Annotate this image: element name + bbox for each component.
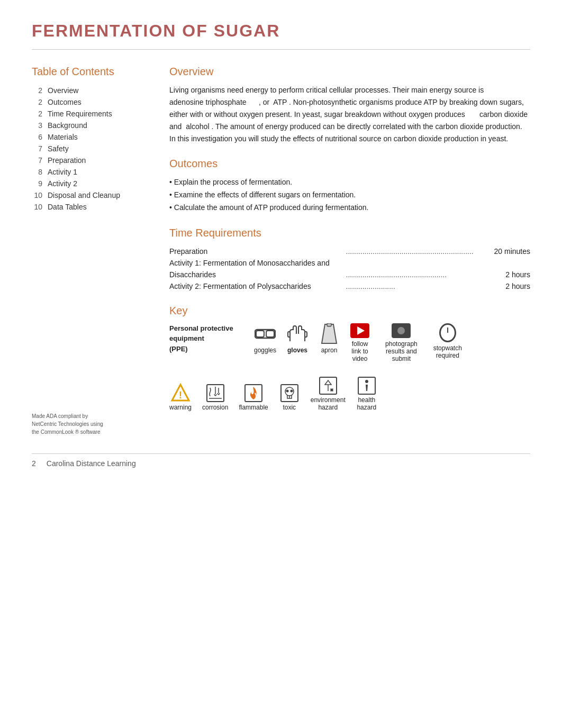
flammable-icon-item: flammable [239, 383, 268, 411]
list-item: Explain the process of fermentation. [169, 176, 530, 189]
toc-num: 10 [32, 203, 42, 211]
table-row: Disaccharides ..........................… [169, 269, 530, 280]
toc-label: Safety [48, 144, 69, 153]
toc-label: Disposal and Cleanup [48, 191, 120, 199]
apron-icon [319, 323, 340, 344]
ppe-label: Personal protectiveequipment(PPE) [169, 323, 254, 354]
toc-label: Preparation [48, 156, 86, 165]
toc-num: 2 [32, 110, 42, 118]
list-item: 2 Outcomes [32, 98, 148, 106]
overview-title: Overview [169, 66, 530, 78]
time-dots [344, 257, 485, 269]
follow-link-icon-item: followlink tovideo [350, 323, 369, 362]
corrosion-icon [205, 383, 226, 404]
key-title: Key [169, 305, 530, 317]
gloves-icon-item: gloves [287, 323, 308, 354]
list-item: 9 Activity 2 [32, 179, 148, 188]
toc-num: 3 [32, 121, 42, 130]
time-dots: ........................ [344, 280, 485, 292]
warning-icon-item: ! warning [169, 383, 192, 411]
toc-section: Table of Contents 2 Overview 2 Outcomes … [32, 66, 148, 422]
stopwatch-icon-item: stopwatchrequired [433, 323, 462, 362]
toc-label: Data Tables [48, 203, 87, 211]
health-hazard-label: healthhazard [357, 396, 376, 411]
list-item: 2 Overview [32, 86, 148, 95]
right-content: Overview Living organisms need energy to… [169, 66, 530, 422]
toxic-icon-item: toxic [279, 383, 300, 411]
time-dots: ........................................… [344, 269, 485, 280]
follow-link-label: followlink tovideo [351, 340, 368, 362]
toc-num: 8 [32, 168, 42, 176]
goggles-label: goggles [254, 347, 276, 354]
page-title: FERMENTATION OF SUGAR [32, 21, 530, 50]
table-row: Activity 2: Fermentation of Polysacchari… [169, 280, 530, 292]
svg-point-15 [365, 380, 368, 383]
gloves-svg [287, 324, 308, 343]
flammable-label: flammable [239, 404, 268, 411]
toc-num: 9 [32, 179, 42, 188]
list-item: Calculate the amount of ATP produced dur… [169, 202, 530, 214]
toc-label: Overview [48, 86, 78, 95]
list-item: 8 Activity 1 [32, 168, 148, 176]
overview-text: Living organisms need energy to perform … [169, 84, 530, 145]
key-icons-row: Personal protectiveequipment(PPE) [169, 323, 530, 362]
toc-num: 7 [32, 144, 42, 153]
toc-label: Outcomes [48, 98, 81, 106]
hazard-icons-row: ! warning [169, 375, 530, 411]
warning-label: warning [169, 404, 192, 411]
toc-title: Table of Contents [32, 66, 148, 78]
page-footer: 2 Carolina Distance Learning [32, 453, 530, 468]
time-value: 2 hours [485, 269, 530, 280]
time-dots: ........................................… [344, 245, 485, 257]
goggles-icon-item: goggles [254, 323, 276, 354]
apron-svg [320, 323, 339, 344]
action-icons: followlink tovideo photographresults and… [350, 323, 462, 362]
toc-list: 2 Overview 2 Outcomes 2 Time Requirement… [32, 86, 148, 211]
photograph-label: photographresults andsubmit [385, 340, 418, 362]
svg-text:!: ! [179, 390, 182, 401]
environmental-label: environmenthazard [311, 396, 346, 411]
ppe-block: Personal protectiveequipment(PPE) [169, 323, 254, 354]
time-requirements-title: Time Requirements [169, 227, 530, 239]
list-item: 10 Disposal and Cleanup [32, 191, 148, 199]
list-item: 2 Time Requirements [32, 110, 148, 118]
list-item: 6 Materials [32, 133, 148, 141]
goggles-svg [255, 326, 276, 341]
footer-page-num: 2 [32, 459, 36, 468]
key-section: Key Personal protectiveequipment(PPE) [169, 305, 530, 411]
ppe-icons: goggles [254, 323, 340, 354]
flammable-icon [243, 383, 264, 404]
health-hazard-icon [356, 375, 377, 396]
toc-num: 2 [32, 98, 42, 106]
time-label: Activity 2: Fermentation of Polysacchari… [169, 280, 344, 292]
goggles-icon [255, 323, 276, 344]
toxic-icon [279, 383, 300, 404]
toc-num: 7 [32, 156, 42, 165]
table-row: Activity 1: Fermentation of Monosacchari… [169, 257, 530, 269]
list-item: 7 Safety [32, 144, 148, 153]
toc-num: 6 [32, 133, 42, 141]
gloves-icon [287, 323, 308, 344]
apron-label: apron [321, 347, 338, 354]
table-row: Preparation ............................… [169, 245, 530, 257]
toc-label: Background [48, 121, 87, 130]
video-play-icon [350, 323, 369, 338]
svg-point-11 [290, 389, 293, 392]
stopwatch-icon [439, 323, 456, 342]
outcomes-title: Outcomes [169, 158, 530, 170]
outcomes-list: Explain the process of fermentation. Exa… [169, 176, 530, 214]
time-value [485, 257, 530, 269]
photograph-icon-item: photographresults andsubmit [385, 323, 418, 362]
list-item: Examine the effects of different sugars … [169, 189, 530, 202]
list-item: 7 Preparation [32, 156, 148, 165]
toc-num: 2 [32, 86, 42, 95]
environmental-icon [318, 375, 339, 396]
play-triangle [357, 326, 365, 335]
time-value: 20 minutes [485, 245, 530, 257]
footer-note: Made ADA compliant byNetCentric Technolo… [32, 412, 103, 436]
environmental-icon-item: environmenthazard [311, 375, 346, 411]
time-requirements-table: Preparation ............................… [169, 245, 530, 292]
svg-rect-3 [327, 323, 331, 326]
time-label: Preparation [169, 245, 344, 257]
svg-rect-2 [266, 331, 274, 337]
